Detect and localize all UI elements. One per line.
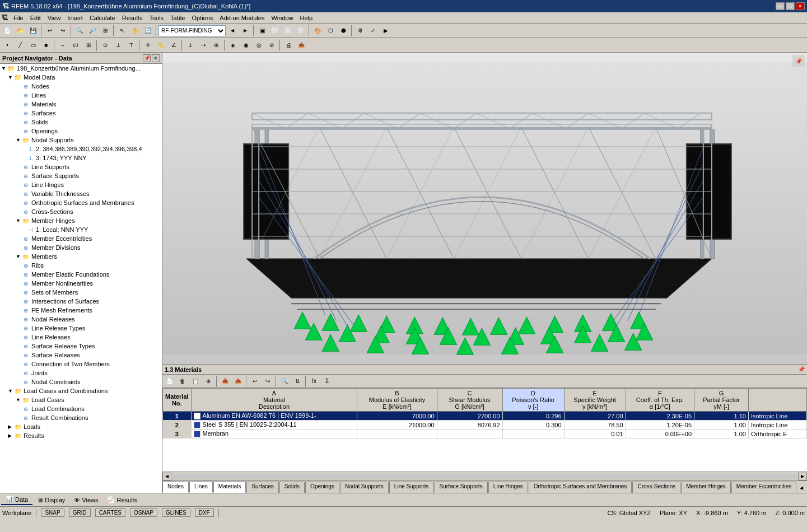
bt-delete-row[interactable]: 🗑 [176, 375, 189, 388]
scroll-left-btn[interactable]: ◀ [162, 473, 171, 480]
viewport-controls[interactable]: 📌 [792, 55, 805, 67]
view-xz-btn[interactable]: ⬜ [282, 25, 294, 37]
tab-orthotropic[interactable]: Orthotropic Surfaces and Membranes [529, 482, 632, 493]
dropdown-next-btn[interactable]: ▶ [239, 25, 251, 37]
tree-materials[interactable]: ⊕ Materials [0, 100, 162, 109]
view-xy-btn[interactable]: ⬜ [269, 25, 281, 37]
new-btn[interactable]: 📄 [1, 25, 13, 37]
members-expand[interactable]: ▼ [16, 254, 21, 259]
bt-new-row[interactable]: 📄 [164, 375, 176, 388]
nodal-supports-expand[interactable]: ▼ [16, 137, 21, 143]
export-btn[interactable]: 📤 [295, 39, 307, 52]
bottom-nav-display[interactable]: 🖥 Display [32, 496, 69, 505]
render-btn[interactable]: 🎨 [311, 25, 324, 37]
tree-model-data[interactable]: ▼ 📁 Model Data [0, 73, 162, 82]
tree-surfaces[interactable]: ⊕ Surfaces [0, 109, 162, 118]
load3-btn[interactable]: ⊛ [210, 39, 222, 52]
table-hscrollbar[interactable]: ◀ ▶ [162, 472, 807, 480]
undo-btn[interactable]: ↩ [44, 25, 56, 37]
rotate-btn[interactable]: 🔄 [142, 25, 154, 37]
tree-member-elastic[interactable]: ⊕ Member Elastic Foundations [0, 270, 162, 279]
bottom-nav-views[interactable]: 👁 Views [69, 496, 102, 505]
module-dropdown[interactable]: RF-FORM-FINDING [158, 25, 226, 36]
pan-btn[interactable]: ✋ [129, 25, 141, 37]
wire-btn[interactable]: ⬡ [324, 25, 337, 37]
load-comb-expand[interactable]: ▼ [8, 388, 13, 394]
nav-pin-btn[interactable]: 📌 [143, 54, 151, 62]
tab-solids[interactable]: Solids [279, 482, 305, 493]
tree-nodal-releases[interactable]: ⊕ Nodal Releases [0, 315, 162, 324]
bt-filter[interactable]: 🔍 [278, 375, 291, 388]
tree-members[interactable]: ▼ 📁 Members [0, 252, 162, 261]
tree-member-hinge-1[interactable]: ⊣ 1: Local; NNN YYY [0, 225, 162, 234]
view-3d-btn[interactable]: ▣ [256, 25, 268, 37]
nav-tree[interactable]: ▼ 📁 198_Konzertbühne Aluminium Formfindu… [0, 64, 162, 493]
cartes-btn[interactable]: CARTES [95, 508, 125, 517]
model-data-expand[interactable]: ▼ [8, 74, 13, 80]
panel-pin-icon[interactable]: 📌 [798, 366, 805, 372]
results-expand[interactable]: ▶ [8, 433, 13, 438]
tree-solids[interactable]: ⊕ Solids [0, 118, 162, 127]
osnap-btn[interactable]: OSNAP [130, 508, 157, 517]
bt-undo[interactable]: ↩ [249, 375, 261, 388]
table-row[interactable]: 1 Aluminum EN AW-6082 T6 | ENV 1999-1- 7… [163, 412, 807, 421]
result-node-btn[interactable]: ◈ [227, 39, 239, 52]
check-btn[interactable]: ✓ [367, 25, 379, 37]
viewport-pin-btn[interactable]: 📌 [792, 55, 805, 67]
tree-intersections[interactable]: ⊕ Intersections of Surfaces [0, 297, 162, 306]
tree-load-cases[interactable]: ▼ 📁 Load Cases [0, 395, 162, 404]
tree-load-cases-comb[interactable]: ▼ 📁 Load Cases and Combinations [0, 386, 162, 395]
menu-view[interactable]: View [44, 13, 64, 22]
tree-orthotropic[interactable]: ⊕ Orthotropic Surfaces and Membranes [0, 198, 162, 207]
line-btn[interactable]: ╱ [14, 39, 26, 52]
bt-formula[interactable]: fx [308, 375, 320, 388]
solid-obj-btn[interactable]: ■ [40, 39, 52, 52]
measure-btn[interactable]: 📏 [155, 39, 167, 52]
tree-openings[interactable]: ⊕ Openings [0, 127, 162, 136]
tree-line-hinges[interactable]: ⊕ Line Hinges [0, 180, 162, 189]
result-line-btn[interactable]: ◉ [240, 39, 252, 52]
minimize-button[interactable]: ─ [776, 2, 785, 10]
menu-help[interactable]: Help [297, 13, 316, 22]
root-expand-icon[interactable]: ▼ [1, 66, 7, 71]
tree-results[interactable]: ▶ 📁 Results [0, 431, 162, 440]
grid-btn[interactable]: ⊞ [82, 39, 95, 52]
tree-member-hinges[interactable]: ▼ 📁 Member Hinges [0, 216, 162, 225]
zoom-out-btn[interactable]: 🔎 [86, 25, 99, 37]
tree-result-combinations[interactable]: ⊕ Result Combinations [0, 413, 162, 422]
tab-lines[interactable]: Lines [189, 482, 213, 493]
calc-btn[interactable]: ⚙ [354, 25, 366, 37]
tab-line-hinges[interactable]: Line Hinges [488, 482, 528, 493]
snap-mid-btn[interactable]: ⊤ [125, 39, 137, 52]
table-row[interactable]: 2 Steel S 355 | EN 10025-2:2004-11 21000… [163, 421, 807, 430]
menu-options[interactable]: Options [188, 13, 216, 22]
menu-addon[interactable]: Add-on Modules [216, 13, 268, 22]
tab-surfaces[interactable]: Surfaces [246, 482, 278, 493]
data-table[interactable]: MaterialNo. AMaterialDescription BModulu… [162, 388, 807, 472]
tree-nodes[interactable]: ⊕ Nodes [0, 82, 162, 91]
menu-results[interactable]: Results [119, 13, 146, 22]
bt-insert-row[interactable]: ⊕ [202, 375, 214, 388]
load-btn[interactable]: ⇣ [184, 39, 197, 52]
tab-surface-supports[interactable]: Surface Supports [435, 482, 488, 493]
grid-btn-status[interactable]: GRID [69, 508, 91, 517]
maximize-button[interactable]: □ [786, 2, 795, 10]
tree-load-combinations[interactable]: ⊕ Load Combinations [0, 404, 162, 413]
tree-member-divisions[interactable]: ⊕ Member Divisions [0, 243, 162, 252]
tab-member-eccentricities[interactable]: Member Eccentricities [731, 482, 796, 493]
menu-tools[interactable]: Tools [146, 13, 167, 22]
angle-btn[interactable]: ∠ [167, 39, 180, 52]
bottom-nav-data[interactable]: 📊 Data [1, 494, 32, 505]
tree-fe-mesh[interactable]: ⊕ FE Mesh Refinements [0, 306, 162, 315]
tree-nodal-constraints[interactable]: ⊕ Nodal Constraints [0, 377, 162, 386]
tree-line-releases[interactable]: ⊕ Line Releases [0, 333, 162, 342]
tree-loads[interactable]: ▶ 📁 Loads [0, 422, 162, 431]
node-btn[interactable]: • [1, 39, 13, 52]
zoom-all-btn[interactable]: ⊞ [99, 25, 111, 37]
tree-cross-sections[interactable]: ⊕ Cross-Sections [0, 207, 162, 216]
snap-btn[interactable]: SNAP [41, 508, 64, 517]
tree-lines[interactable]: ⊕ Lines [0, 91, 162, 100]
tab-nodes[interactable]: Nodes [162, 482, 189, 493]
bt-copy-row[interactable]: 📋 [189, 375, 202, 388]
tree-surf-releases[interactable]: ⊕ Surface Releases [0, 351, 162, 360]
